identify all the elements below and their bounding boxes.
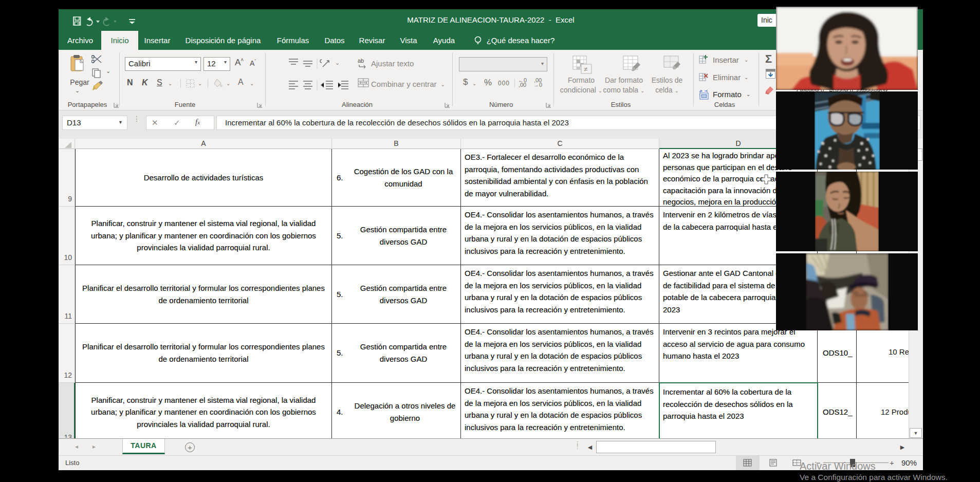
svg-text:ab: ab [358, 58, 364, 64]
svg-text:⌄: ⌄ [335, 60, 340, 66]
svg-text:≠: ≠ [584, 65, 587, 73]
